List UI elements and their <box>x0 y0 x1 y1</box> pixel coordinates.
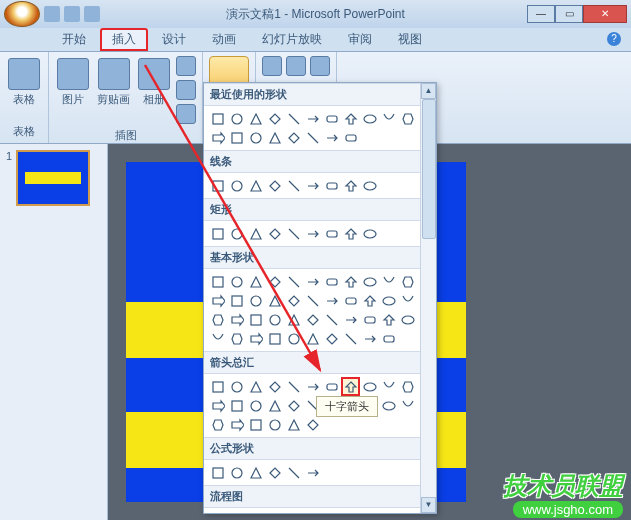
shape-item[interactable] <box>284 272 303 291</box>
shape-item[interactable] <box>284 511 303 514</box>
shape-item[interactable] <box>379 272 398 291</box>
shape-item[interactable] <box>379 291 398 310</box>
shape-item[interactable] <box>208 463 227 482</box>
shape-item[interactable] <box>246 224 265 243</box>
shape-item[interactable] <box>284 329 303 348</box>
shape-item[interactable] <box>208 396 227 415</box>
shape-item[interactable] <box>322 176 341 195</box>
shape-item[interactable] <box>208 128 227 147</box>
album-button[interactable]: 相册 <box>136 56 172 126</box>
undo-icon[interactable] <box>64 6 80 22</box>
shape-item[interactable] <box>265 396 284 415</box>
shape-item[interactable] <box>284 291 303 310</box>
shape-item[interactable] <box>265 128 284 147</box>
shape-item[interactable] <box>303 109 322 128</box>
shape-item[interactable] <box>284 310 303 329</box>
shape-item[interactable] <box>303 310 322 329</box>
shape-item[interactable] <box>322 310 341 329</box>
shape-item[interactable] <box>227 377 246 396</box>
shape-item[interactable] <box>322 109 341 128</box>
scroll-up-icon[interactable]: ▲ <box>421 83 436 99</box>
shapes-scrollbar[interactable]: ▲ ▼ <box>420 83 436 513</box>
shapes-small-icon[interactable] <box>176 56 196 76</box>
shape-item[interactable] <box>246 176 265 195</box>
shape-item[interactable] <box>227 396 246 415</box>
tab-design[interactable]: 设计 <box>150 28 198 51</box>
shape-item[interactable] <box>303 224 322 243</box>
redo-icon[interactable] <box>84 6 100 22</box>
shape-item[interactable] <box>303 128 322 147</box>
more-icon-1[interactable] <box>262 56 282 76</box>
shape-item[interactable] <box>284 109 303 128</box>
shape-item[interactable] <box>284 463 303 482</box>
shape-item[interactable] <box>265 463 284 482</box>
shape-item[interactable] <box>379 511 398 514</box>
shape-item[interactable] <box>265 176 284 195</box>
shape-item[interactable] <box>398 396 417 415</box>
thumbnail-item[interactable]: 1 <box>6 150 101 206</box>
shape-item[interactable] <box>284 224 303 243</box>
shape-item[interactable] <box>322 224 341 243</box>
shape-item[interactable] <box>398 377 417 396</box>
shape-item[interactable] <box>227 415 246 434</box>
minimize-button[interactable]: — <box>527 5 555 23</box>
shape-item[interactable] <box>303 415 322 434</box>
shape-item[interactable] <box>227 272 246 291</box>
shape-item[interactable] <box>208 415 227 434</box>
shape-item[interactable] <box>398 511 417 514</box>
more-icon-2[interactable] <box>286 56 306 76</box>
shape-item[interactable] <box>246 128 265 147</box>
shape-item[interactable] <box>284 176 303 195</box>
shape-item[interactable] <box>341 272 360 291</box>
shape-item[interactable] <box>379 329 398 348</box>
shape-item[interactable] <box>379 109 398 128</box>
maximize-button[interactable]: ▭ <box>555 5 583 23</box>
shape-item[interactable] <box>398 291 417 310</box>
shape-item[interactable] <box>265 291 284 310</box>
shape-item[interactable] <box>227 463 246 482</box>
shape-item[interactable] <box>303 377 322 396</box>
shape-item[interactable] <box>303 291 322 310</box>
tab-animation[interactable]: 动画 <box>200 28 248 51</box>
shape-item[interactable] <box>303 272 322 291</box>
tab-slideshow[interactable]: 幻灯片放映 <box>250 28 334 51</box>
save-icon[interactable] <box>44 6 60 22</box>
shape-item[interactable] <box>246 511 265 514</box>
shape-item[interactable] <box>303 329 322 348</box>
shape-item[interactable] <box>341 291 360 310</box>
shape-item[interactable] <box>265 377 284 396</box>
tab-review[interactable]: 审阅 <box>336 28 384 51</box>
shape-item[interactable] <box>379 396 398 415</box>
shape-item[interactable] <box>227 310 246 329</box>
clipart-button[interactable]: 剪贴画 <box>95 56 132 126</box>
shape-item[interactable] <box>341 329 360 348</box>
shape-item[interactable] <box>227 329 246 348</box>
shape-item[interactable] <box>265 511 284 514</box>
shape-item[interactable] <box>265 272 284 291</box>
shape-item[interactable] <box>360 511 379 514</box>
shape-item[interactable] <box>303 463 322 482</box>
shape-item[interactable] <box>227 224 246 243</box>
shape-item[interactable] <box>208 329 227 348</box>
shape-item[interactable] <box>246 396 265 415</box>
shape-item[interactable] <box>208 109 227 128</box>
tab-view[interactable]: 视图 <box>386 28 434 51</box>
shape-item[interactable] <box>284 396 303 415</box>
shape-item[interactable] <box>341 109 360 128</box>
shape-item[interactable] <box>379 377 398 396</box>
shape-item[interactable] <box>360 291 379 310</box>
shape-item[interactable] <box>322 377 341 396</box>
shape-item[interactable] <box>360 329 379 348</box>
shape-item[interactable] <box>246 329 265 348</box>
tab-insert[interactable]: 插入 <box>100 28 148 51</box>
shape-item[interactable] <box>208 377 227 396</box>
shape-item[interactable] <box>322 272 341 291</box>
shape-item[interactable] <box>360 109 379 128</box>
shape-item[interactable] <box>246 291 265 310</box>
shape-item[interactable] <box>322 291 341 310</box>
more-icon-3[interactable] <box>310 56 330 76</box>
shape-item[interactable] <box>246 463 265 482</box>
shape-item[interactable] <box>303 511 322 514</box>
shape-item[interactable] <box>265 329 284 348</box>
shape-item[interactable] <box>341 128 360 147</box>
